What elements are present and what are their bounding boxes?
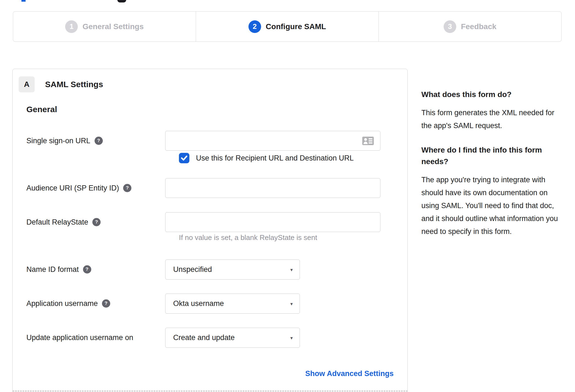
sso-url-label: Single sign-on URL <box>26 136 90 145</box>
sidebar-heading: What does this form do? <box>421 89 560 100</box>
step-number-badge: 3 <box>444 20 456 33</box>
audience-uri-label: Audience URI (SP Entity ID) <box>26 184 119 192</box>
step-configure-saml[interactable]: 2 Configure SAML <box>196 12 378 42</box>
contact-card-icon[interactable] <box>362 137 374 146</box>
help-icon[interactable]: ? <box>123 184 131 192</box>
relaystate-hint: If no value is set, a blank RelayState i… <box>179 233 317 242</box>
nameid-select[interactable]: Unspecified ▼ <box>165 260 300 280</box>
step-number-badge: 2 <box>248 20 261 33</box>
audience-uri-label-row: Audience URI (SP Entity ID) ? <box>13 178 165 198</box>
step-label: Configure SAML <box>266 22 326 31</box>
wizard-stepper: 1 General Settings 2 Configure SAML 3 Fe… <box>13 11 562 42</box>
clipped-tab-underline-fragment <box>21 0 26 2</box>
clipped-icon-fragment <box>117 0 126 2</box>
nameid-select-value: Unspecified <box>165 265 212 274</box>
sso-url-label-row: Single sign-on URL ? <box>13 131 165 151</box>
app-username-select[interactable]: Okta username ▼ <box>165 294 300 314</box>
update-username-label: Update application username on <box>26 333 133 342</box>
help-icon[interactable]: ? <box>83 265 91 274</box>
general-group-title: General <box>26 105 57 114</box>
relaystate-label-row: Default RelayState ? <box>13 212 165 232</box>
recipient-url-checkbox[interactable] <box>179 153 189 163</box>
section-dashed-divider <box>13 391 408 391</box>
sidebar-body: This form generates the XML needed for t… <box>421 106 560 132</box>
help-icon[interactable]: ? <box>95 137 103 145</box>
relaystate-input[interactable] <box>165 212 380 232</box>
step-label: General Settings <box>82 22 144 31</box>
app-username-label-row: Application username ? <box>13 294 165 314</box>
update-username-label-row: Update application username on <box>13 328 165 348</box>
relaystate-label: Default RelayState <box>26 218 88 227</box>
update-username-select-value: Create and update <box>165 333 235 342</box>
step-general-settings[interactable]: 1 General Settings <box>13 12 196 42</box>
sidebar-heading: Where do I find the info this form needs… <box>421 144 560 167</box>
sso-url-input[interactable] <box>165 131 380 151</box>
sidebar-body: The app you're trying to integrate with … <box>421 173 560 238</box>
chevron-down-icon: ▼ <box>289 301 294 306</box>
step-label: Feedback <box>461 22 496 31</box>
checkmark-icon <box>181 155 187 161</box>
help-icon[interactable]: ? <box>102 299 110 308</box>
help-sidebar: What does this form do? This form genera… <box>421 89 560 250</box>
step-feedback[interactable]: 3 Feedback <box>378 12 561 42</box>
help-icon[interactable]: ? <box>92 218 101 226</box>
section-a-badge: A <box>19 76 35 92</box>
saml-settings-panel: A SAML Settings General Single sign-on U… <box>12 69 408 392</box>
app-username-select-value: Okta username <box>165 299 224 308</box>
nameid-label: Name ID format <box>26 265 79 274</box>
recipient-url-checkbox-label[interactable]: Use this for Recipient URL and Destinati… <box>196 154 354 162</box>
audience-uri-input[interactable] <box>165 178 380 198</box>
app-username-label: Application username <box>26 299 98 308</box>
show-advanced-settings-link[interactable]: Show Advanced Settings <box>305 369 394 378</box>
section-title: SAML Settings <box>45 80 103 89</box>
update-username-select[interactable]: Create and update ▼ <box>165 328 300 348</box>
nameid-label-row: Name ID format ? <box>13 260 165 280</box>
chevron-down-icon: ▼ <box>289 267 294 272</box>
chevron-down-icon: ▼ <box>289 335 294 340</box>
step-number-badge: 1 <box>65 20 78 33</box>
